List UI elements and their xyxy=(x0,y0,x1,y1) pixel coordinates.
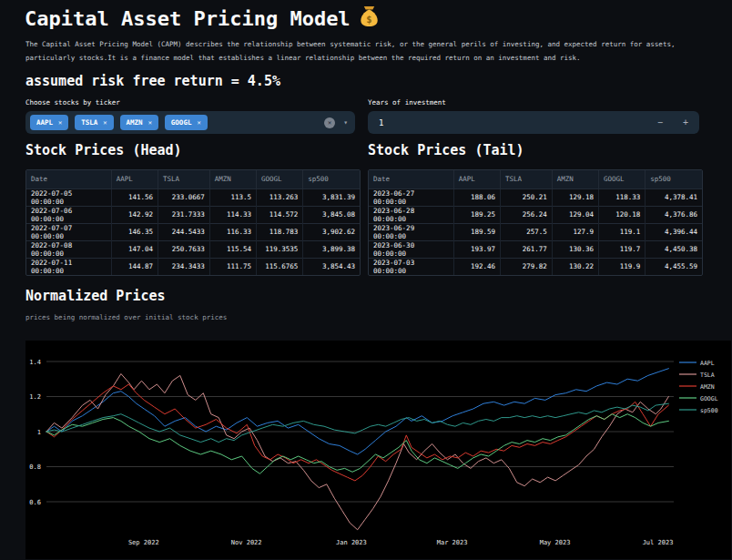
column-header: sp500 xyxy=(646,170,702,188)
ticker-pill-amzn[interactable]: AMZN✕ xyxy=(120,115,158,130)
value-cell: 193.97 xyxy=(453,240,500,258)
column-header: GOOGL xyxy=(257,170,303,188)
tail-table-title: Stock Prices (Tail) xyxy=(368,142,524,158)
legend-label-sp500: sp500 xyxy=(700,407,718,414)
column-header: AMZN xyxy=(209,170,256,188)
column-header: Date xyxy=(26,170,111,188)
decrement-button[interactable]: − xyxy=(657,117,663,127)
value-cell: 147.04 xyxy=(111,240,158,258)
date-cell: 2022-07-05 00:00:00 xyxy=(26,188,111,206)
value-cell: 3,831.39 xyxy=(303,188,360,206)
risk-free-heading: assumed risk free return = 4.5% xyxy=(25,73,280,89)
page-title: Capital Asset Pricing Model $ xyxy=(25,5,379,32)
value-cell: 142.92 xyxy=(111,206,158,223)
table-row: 2022-07-07 00:00:00146.35244.5433116.331… xyxy=(26,223,360,240)
normalized-prices-title: Normalized Prices xyxy=(25,288,166,304)
date-cell: 2023-07-03 00:00:00 xyxy=(369,258,453,275)
normalized-prices-chart: 0.60.811.21.4Sep 2022Nov 2022Jan 2023Mar… xyxy=(25,341,731,559)
value-cell: 111.75 xyxy=(209,258,256,275)
date-cell: 2022-07-07 00:00:00 xyxy=(26,223,111,240)
stock-multiselect[interactable]: AAPL✕TSLA✕AMZN✕GOOGL✕ ✕ ▾ xyxy=(25,111,355,134)
value-cell: 146.35 xyxy=(111,223,158,240)
column-header: AAPL xyxy=(453,170,500,188)
value-cell: 119.3535 xyxy=(257,240,303,258)
remove-ticker-icon[interactable]: ✕ xyxy=(148,119,152,127)
value-cell: 3,902.62 xyxy=(303,223,360,240)
years-input-label: Years of investment xyxy=(368,98,446,107)
value-cell: 4,376.86 xyxy=(646,206,702,223)
column-header: Date xyxy=(369,170,453,188)
increment-button[interactable]: + xyxy=(683,117,688,127)
y-tick-label: 0.6 xyxy=(29,499,41,506)
y-tick-label: 0.8 xyxy=(29,463,41,471)
years-number-input[interactable]: 1 − + xyxy=(368,111,699,134)
years-value[interactable]: 1 xyxy=(379,118,637,127)
column-header: TSLA xyxy=(158,170,210,188)
money-bag-icon: $ xyxy=(360,5,379,32)
value-cell: 257.5 xyxy=(501,223,553,240)
ticker-pill-tsla[interactable]: TSLA✕ xyxy=(75,115,113,130)
ticker-pill-googl[interactable]: GOOGL✕ xyxy=(165,115,208,130)
ticker-pill-label: TSLA xyxy=(81,118,97,127)
remove-ticker-icon[interactable]: ✕ xyxy=(197,119,200,127)
value-cell: 119.7 xyxy=(599,240,646,258)
value-cell: 256.24 xyxy=(501,206,553,223)
value-cell: 4,455.59 xyxy=(646,258,702,275)
value-cell: 250.21 xyxy=(501,188,553,206)
value-cell: 118.783 xyxy=(257,223,303,240)
date-cell: 2022-07-11 00:00:00 xyxy=(26,258,111,275)
value-cell: 4,396.44 xyxy=(646,223,702,240)
table-row: 2022-07-08 00:00:00147.04250.7633115.541… xyxy=(26,240,360,258)
page-title-text: Capital Asset Pricing Model xyxy=(25,7,351,30)
y-tick-label: 1 xyxy=(37,429,41,436)
value-cell: 120.18 xyxy=(599,206,646,223)
value-cell: 119.1 xyxy=(599,223,646,240)
table-row: 2022-07-05 00:00:00141.56233.0667113.511… xyxy=(26,188,360,206)
value-cell: 189.25 xyxy=(453,206,500,223)
table-row: 2023-07-03 00:00:00192.46279.82130.22119… xyxy=(369,258,702,275)
chart-series-sp500 xyxy=(46,403,668,442)
normalized-prices-subtitle: prices being normalized over initial sto… xyxy=(25,313,227,321)
date-cell: 2022-07-06 00:00:00 xyxy=(26,206,111,223)
clear-all-icon[interactable]: ✕ xyxy=(324,117,335,128)
remove-ticker-icon[interactable]: ✕ xyxy=(58,119,62,127)
chart-series-tsla xyxy=(46,374,668,530)
value-cell: 3,899.38 xyxy=(303,240,360,258)
x-tick-label: Nov 2022 xyxy=(231,539,262,546)
stock-select-label: Choose stocks by ticker xyxy=(25,98,120,107)
remove-ticker-icon[interactable]: ✕ xyxy=(103,119,107,127)
value-cell: 189.59 xyxy=(453,223,500,240)
legend-label-amzn: AMZN xyxy=(700,383,715,391)
value-cell: 114.33 xyxy=(209,206,256,223)
value-cell: 115.54 xyxy=(209,240,256,258)
chevron-down-icon[interactable]: ▾ xyxy=(343,118,348,127)
value-cell: 114.572 xyxy=(257,206,303,223)
legend-label-tsla: TSLA xyxy=(700,372,715,379)
value-cell: 234.3433 xyxy=(158,258,210,275)
stock-prices-tail-table: DateAAPLTSLAAMZNGOOGLsp5002023-06-27 00:… xyxy=(368,169,703,276)
table-row: 2022-07-06 00:00:00142.92231.7333114.331… xyxy=(26,206,360,223)
value-cell: 119.9 xyxy=(599,258,646,275)
table-header-row: DateAAPLTSLAAMZNGOOGLsp500 xyxy=(369,170,702,188)
table-row: 2023-06-28 00:00:00189.25256.24129.04120… xyxy=(369,206,702,223)
date-cell: 2022-07-08 00:00:00 xyxy=(26,240,111,258)
ticker-pill-list: AAPL✕TSLA✕AMZN✕GOOGL✕ xyxy=(30,115,324,130)
column-header: sp500 xyxy=(303,170,360,188)
value-cell: 113.5 xyxy=(209,188,256,206)
column-header: AAPL xyxy=(111,170,158,188)
value-cell: 115.6765 xyxy=(257,258,303,275)
table-row: 2023-06-30 00:00:00193.97261.77130.36119… xyxy=(369,240,702,258)
capm-app-page: Capital Asset Pricing Model $ The Capita… xyxy=(0,0,732,560)
ticker-pill-label: GOOGL xyxy=(171,118,192,127)
date-cell: 2023-06-28 00:00:00 xyxy=(369,206,453,223)
svg-text:$: $ xyxy=(366,14,371,25)
x-tick-label: Jul 2023 xyxy=(643,539,674,546)
table-row: 2023-06-27 00:00:00188.06250.21129.18118… xyxy=(369,188,702,206)
value-cell: 188.06 xyxy=(453,188,500,206)
value-cell: 113.263 xyxy=(257,188,303,206)
value-cell: 130.36 xyxy=(552,240,598,258)
ticker-pill-aapl[interactable]: AAPL✕ xyxy=(30,115,68,130)
column-header: AMZN xyxy=(552,170,598,188)
value-cell: 192.46 xyxy=(453,258,500,275)
value-cell: 4,378.41 xyxy=(646,188,702,206)
